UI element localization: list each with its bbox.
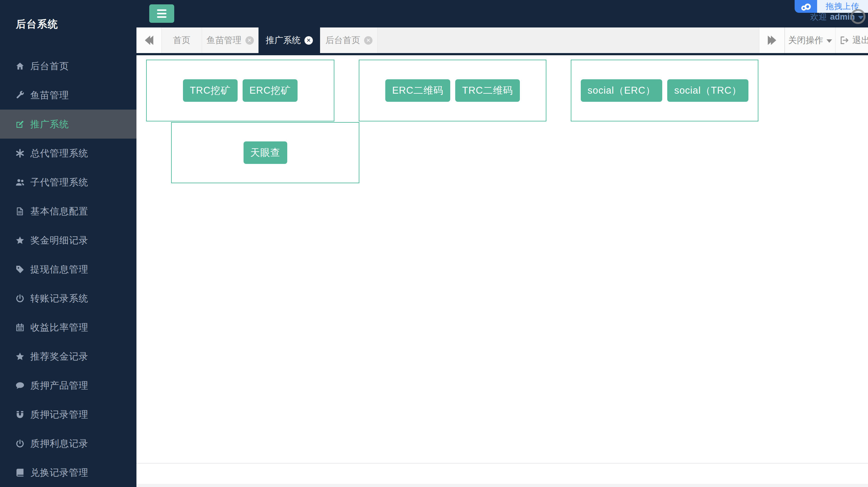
tab-fish-management[interactable]: 鱼苗管理 ✕	[202, 28, 258, 53]
tab-home[interactable]: 首页	[162, 28, 202, 53]
sidebar-item-label: 质押利息记录	[30, 437, 88, 450]
hamburger-menu-button[interactable]	[149, 4, 174, 23]
users-icon	[15, 177, 25, 187]
close-tab-icon[interactable]: ✕	[304, 36, 313, 45]
sidebar-item-referral-bonus[interactable]: 推荐奖金记录	[0, 342, 136, 371]
sidebar-item-pledge-products[interactable]: 质押产品管理	[0, 371, 136, 400]
logout-label: 退出	[852, 34, 868, 46]
logout-button[interactable]: 退出	[835, 28, 868, 53]
sidebar-item-label: 推广系统	[30, 118, 69, 130]
sidebar-item-promotion-system[interactable]: 推广系统	[0, 109, 136, 139]
power-icon	[15, 294, 25, 303]
power-icon	[15, 439, 25, 448]
baidu-cloud-icon[interactable]	[795, 0, 817, 13]
bottom-strip	[136, 484, 868, 487]
magnet-icon	[15, 410, 25, 419]
content-area: TRC挖矿 ERC挖矿 ERC二维码 TRC二维码 social（ERC） so…	[136, 55, 868, 487]
sidebar-item-income-ratio[interactable]: 收益比率管理	[0, 313, 136, 342]
star-icon	[15, 236, 25, 245]
content-divider	[136, 463, 868, 463]
sidebar-item-pledge-records[interactable]: 质押记录管理	[0, 400, 136, 429]
tag-icon	[15, 265, 25, 274]
sidebar-item-label: 推荐奖金记录	[30, 350, 88, 363]
edit-icon	[15, 120, 25, 129]
sidebar-nav: 后台首页 鱼苗管理 推广系统 总代管理系统 子代管理系统 基本信息配置 奖金明细…	[0, 52, 136, 487]
sidebar-item-bonus-detail-records[interactable]: 奖金明细记录	[0, 226, 136, 255]
button-erc-qrcode[interactable]: ERC二维码	[385, 79, 450, 102]
welcome-prefix: 欢迎	[810, 11, 827, 23]
sign-out-icon	[839, 35, 849, 45]
sidebar: 后台系统 后台首页 鱼苗管理 推广系统 总代管理系统 子代管理系统 基本信息配置	[0, 0, 136, 487]
tab-backend-home[interactable]: 后台首页 ✕	[320, 28, 378, 53]
asterisk-icon	[15, 149, 25, 158]
star-icon	[15, 352, 25, 361]
calendar-icon	[15, 323, 25, 332]
tianyancha-group-box: 天眼查	[171, 122, 360, 183]
sidebar-item-fish-management[interactable]: 鱼苗管理	[0, 80, 136, 109]
close-actions-dropdown[interactable]: 关闭操作	[785, 28, 835, 53]
sidebar-item-label: 收益比率管理	[30, 321, 88, 334]
button-trc-qrcode[interactable]: TRC二维码	[455, 79, 520, 102]
qrcode-group-box: ERC二维码 TRC二维码	[359, 60, 547, 122]
mining-group-box: TRC挖矿 ERC挖矿	[146, 60, 334, 122]
sidebar-item-label: 鱼苗管理	[30, 89, 69, 101]
ring-icon	[850, 9, 866, 24]
button-social-erc[interactable]: social（ERC）	[581, 79, 662, 102]
sidebar-item-label: 后台首页	[30, 60, 69, 72]
sidebar-item-label: 奖金明细记录	[30, 234, 88, 247]
sidebar-item-label: 质押记录管理	[30, 408, 88, 421]
chevron-down-icon	[827, 39, 832, 43]
tab-label: 后台首页	[326, 34, 360, 46]
sidebar-item-label: 提现信息管理	[30, 263, 88, 275]
sidebar-item-sub-agent-system[interactable]: 子代管理系统	[0, 168, 136, 197]
comment-icon	[15, 381, 25, 390]
tabbar-filler	[378, 28, 759, 53]
close-tab-icon[interactable]: ✕	[364, 36, 372, 45]
sidebar-item-label: 质押产品管理	[30, 379, 88, 392]
sidebar-item-label: 基本信息配置	[30, 205, 88, 218]
sidebar-item-transfer-records[interactable]: 转账记录系统	[0, 284, 136, 313]
file-icon	[15, 207, 25, 216]
tab-promotion-system[interactable]: 推广系统 ✕	[258, 28, 320, 53]
sidebar-item-pledge-interest[interactable]: 质押利息记录	[0, 429, 136, 458]
home-icon	[15, 62, 25, 71]
tab-label: 推广系统	[266, 34, 301, 46]
sidebar-item-basic-info-config[interactable]: 基本信息配置	[0, 197, 136, 226]
sidebar-item-label: 兑换记录管理	[30, 466, 88, 479]
sidebar-item-exchange-records[interactable]: 兑换记录管理	[0, 458, 136, 487]
wrench-icon	[15, 91, 25, 100]
tab-label: 鱼苗管理	[207, 34, 242, 46]
button-trc-mining[interactable]: TRC挖矿	[183, 79, 238, 102]
app-title: 后台系统	[16, 18, 58, 31]
sidebar-item-label: 子代管理系统	[30, 176, 88, 189]
button-erc-mining[interactable]: ERC挖矿	[243, 79, 298, 102]
sidebar-item-backend-home[interactable]: 后台首页	[0, 52, 136, 80]
hamburger-icon	[157, 9, 166, 11]
button-social-trc[interactable]: social（TRC）	[667, 79, 748, 102]
top-header: 欢迎 admin	[136, 0, 868, 28]
tab-bar: 首页 鱼苗管理 ✕ 推广系统 ✕ 后台首页 ✕ 关闭操作 退出	[136, 28, 868, 55]
tabs-scroll-left-button[interactable]	[136, 28, 162, 53]
social-group-box: social（ERC） social（TRC）	[571, 60, 758, 122]
sidebar-item-general-agent-system[interactable]: 总代管理系统	[0, 139, 136, 168]
sidebar-item-withdrawal-info[interactable]: 提现信息管理	[0, 255, 136, 284]
close-actions-label: 关闭操作	[788, 34, 823, 46]
tab-label: 首页	[173, 34, 190, 46]
sidebar-item-label: 总代管理系统	[30, 147, 88, 160]
button-tianyancha[interactable]: 天眼查	[244, 141, 287, 164]
sidebar-item-label: 转账记录系统	[30, 292, 88, 305]
book-icon	[15, 468, 25, 477]
tabs-scroll-right-button[interactable]	[759, 28, 785, 53]
close-tab-icon[interactable]: ✕	[245, 36, 254, 45]
